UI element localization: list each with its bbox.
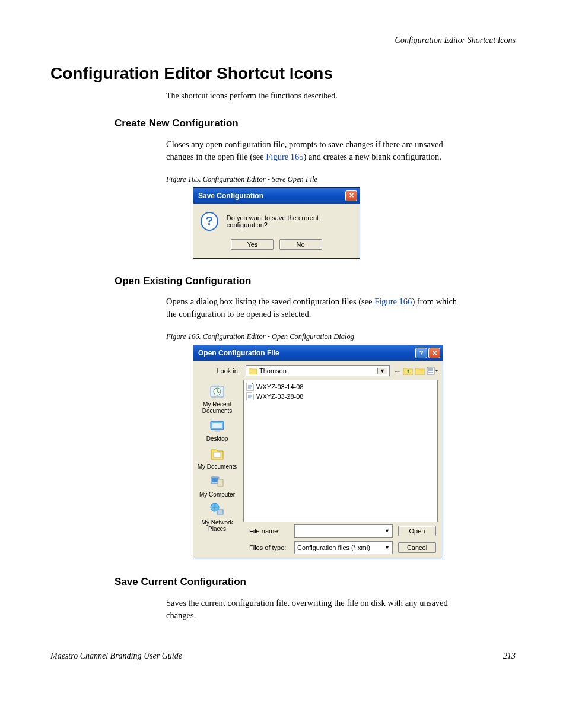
toolbar-icons: ← <box>393 367 438 376</box>
no-button[interactable]: No <box>279 239 322 250</box>
place-label: Desktop <box>206 435 228 442</box>
place-label: My Computer <box>199 491 235 498</box>
svg-rect-5 <box>215 430 220 432</box>
help-icon[interactable]: ? <box>415 348 427 358</box>
footer-title: Maestro Channel Branding User Guide <box>50 651 182 661</box>
file-type-dropdown[interactable]: Configuration files (*.xml) ▼ <box>294 541 393 554</box>
question-icon: ? <box>201 212 218 231</box>
file-item[interactable]: WXYZ-03-28-08 <box>246 392 435 400</box>
file-type-label: Files of type: <box>249 544 291 551</box>
recent-icon <box>209 383 225 400</box>
mycomputer-icon <box>209 473 225 490</box>
page-number: 213 <box>503 651 516 661</box>
places-bar: My Recent Documents Desktop My Documents… <box>193 380 241 522</box>
page-title: Configuration Editor Shortcut Icons <box>50 64 516 83</box>
look-in-label: Look in: <box>198 367 242 374</box>
dialog-titlebar: Save Configuration ✕ <box>193 188 360 204</box>
place-recent[interactable]: My Recent Documents <box>193 383 241 414</box>
chevron-down-icon[interactable]: ▼ <box>377 368 387 374</box>
place-mynetwork[interactable]: My Network Places <box>193 501 241 532</box>
file-name-input[interactable]: ▼ <box>294 524 393 538</box>
place-mycomputer[interactable]: My Computer <box>199 473 235 498</box>
save-body-text: Saves the current configuration file, ov… <box>166 597 463 622</box>
link-figure-166[interactable]: Figure 166 <box>374 297 412 306</box>
dialog-message: Do you want to save the current configur… <box>227 214 351 228</box>
xml-file-icon <box>246 392 254 400</box>
svg-rect-8 <box>212 478 218 482</box>
look-in-dropdown[interactable]: Thomson ▼ <box>246 365 390 376</box>
chevron-down-icon[interactable]: ▼ <box>384 545 390 551</box>
place-desktop[interactable]: Desktop <box>206 418 228 442</box>
place-label: My Network Places <box>193 519 241 532</box>
place-mydocuments[interactable]: My Documents <box>198 446 237 470</box>
link-figure-165[interactable]: Figure 165 <box>266 152 303 161</box>
file-type-value: Configuration files (*.xml) <box>297 544 370 551</box>
look-in-value: Thomson <box>259 367 287 374</box>
mynetwork-icon <box>209 501 225 518</box>
dialog-titlebar: Open Configuration File ? ✕ <box>193 345 443 361</box>
open-configuration-dialog: Open Configuration File ? ✕ Look in: Tho… <box>193 345 443 559</box>
create-body: Closes any open configuration file, prom… <box>166 138 463 163</box>
close-icon[interactable]: ✕ <box>345 190 357 201</box>
yes-button[interactable]: Yes <box>231 239 274 250</box>
mydocuments-icon <box>209 446 225 462</box>
section-heading-open: Open Existing Configuration <box>115 275 516 287</box>
intro-text: The shortcut icons perform the functions… <box>166 91 516 101</box>
close-icon[interactable]: ✕ <box>428 348 440 358</box>
svg-rect-4 <box>212 423 222 428</box>
file-name: WXYZ-03-14-08 <box>256 383 303 390</box>
file-list[interactable]: WXYZ-03-14-08 WXYZ-03-28-08 <box>243 380 438 522</box>
back-icon[interactable]: ← <box>393 367 401 376</box>
chevron-down-icon[interactable]: ▼ <box>384 528 390 534</box>
section-heading-save: Save Current Configuration <box>115 576 516 588</box>
svg-rect-9 <box>218 479 223 487</box>
up-folder-icon[interactable] <box>403 367 413 375</box>
dialog-title: Open Configuration File <box>198 349 279 357</box>
open-button[interactable]: Open <box>398 526 436 536</box>
cancel-button[interactable]: Cancel <box>398 542 436 553</box>
svg-rect-6 <box>214 452 221 457</box>
figure-165-caption: Figure 165. Configuration Editor - Save … <box>166 175 516 184</box>
xml-file-icon <box>246 383 254 391</box>
desktop-icon <box>209 418 225 434</box>
save-configuration-dialog: Save Configuration ✕ ? Do you want to sa… <box>193 187 360 259</box>
running-header: Configuration Editor Shortcut Icons <box>50 36 516 45</box>
place-label: My Recent Documents <box>193 401 241 414</box>
new-folder-icon[interactable] <box>415 367 425 375</box>
place-label: My Documents <box>198 463 237 470</box>
file-name: WXYZ-03-28-08 <box>256 393 303 400</box>
file-name-label: File name: <box>249 527 291 535</box>
folder-icon <box>249 367 257 374</box>
section-heading-create: Create New Configuration <box>115 117 516 129</box>
svg-rect-11 <box>217 510 223 514</box>
page-footer: Maestro Channel Branding User Guide 213 <box>50 651 516 661</box>
figure-166-caption: Figure 166. Configuration Editor - Open … <box>166 332 516 341</box>
create-text-2: ) and creates a new blank configuration. <box>304 152 441 161</box>
open-body: Opens a dialog box listing the saved con… <box>166 295 463 320</box>
open-text-1: Opens a dialog box listing the saved con… <box>166 297 374 306</box>
dialog-title: Save Configuration <box>198 192 263 200</box>
file-item[interactable]: WXYZ-03-14-08 <box>246 383 435 391</box>
view-menu-icon[interactable] <box>427 367 438 375</box>
